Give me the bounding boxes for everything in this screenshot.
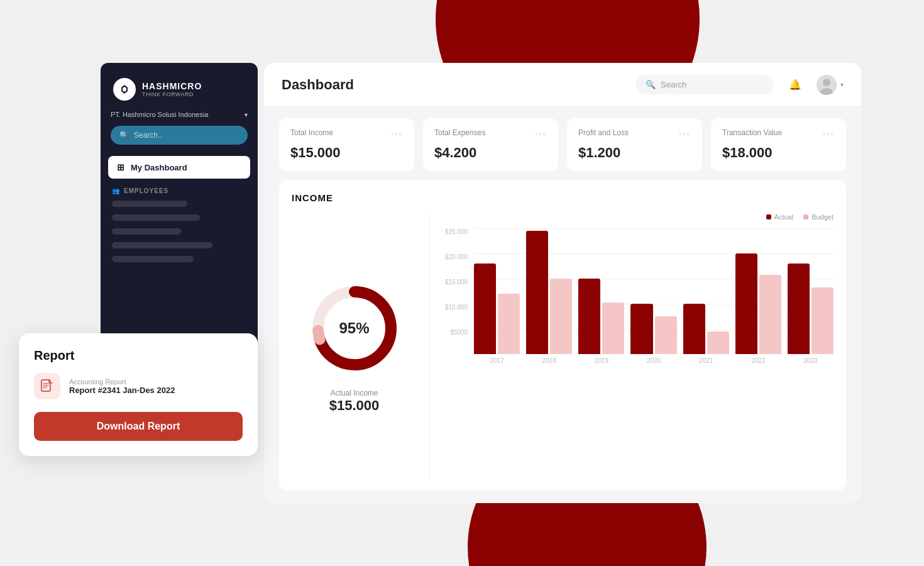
actual-income-label: Actual Income: [329, 389, 380, 397]
x-label-2018: 2018: [526, 357, 572, 364]
income-right: Actual Budget $25.000 $20.000 $15.000 $1…: [443, 213, 833, 478]
stat-value-income: $15.000: [290, 145, 403, 161]
bar-budget-2022: [759, 275, 781, 354]
dashboard-header: Dashboard 🔍 🔔 ▾: [264, 63, 861, 107]
sidebar-search-input[interactable]: [134, 131, 239, 140]
nav-skeleton-2: [112, 214, 200, 221]
download-report-button[interactable]: Download Report: [34, 412, 243, 441]
donut-center: 95%: [339, 319, 369, 337]
y-axis: $25.000 $20.000 $15.000 $10.000 $5000: [443, 228, 473, 354]
stat-menu-expenses[interactable]: ···: [535, 128, 547, 140]
search-bar[interactable]: 🔍: [635, 75, 774, 94]
bar-budget-2017: [498, 294, 520, 354]
report-type: Accounting Report: [69, 378, 175, 386]
stat-card-profit: Profit and Loss ··· $1.200: [567, 118, 702, 171]
x-labels: 2017 2018 2019 2020 2021 2022 2023: [474, 354, 833, 367]
main-dashboard: Dashboard 🔍 🔔 ▾ Tota: [264, 63, 861, 503]
stat-menu-profit[interactable]: ···: [679, 128, 691, 140]
stat-value-transaction: $18.000: [722, 145, 835, 161]
search-icon: 🔍: [119, 131, 129, 140]
x-label-2019: 2019: [578, 357, 624, 364]
bar-budget-2021: [707, 331, 729, 354]
report-item: Accounting Report Report #2341 Jan-Des 2…: [34, 373, 243, 399]
stat-card-income: Total Income ··· $15.000: [279, 118, 414, 171]
sidebar-logo: HASHMICRO THINK FORWARD: [101, 63, 258, 111]
bar-actual-2021: [683, 304, 705, 354]
dashboard-icon: ⊞: [117, 162, 124, 172]
stat-label-expenses: Total Expenses: [434, 128, 485, 137]
y-label-5: $25.000: [445, 228, 468, 235]
avatar: [817, 75, 837, 95]
report-name: Report #2341 Jan-Des 2022: [69, 386, 175, 395]
year-group-2017: [474, 228, 520, 354]
stat-menu-transaction[interactable]: ···: [823, 128, 835, 140]
avatar-container[interactable]: ▾: [817, 75, 844, 95]
stat-card-expenses: Total Expenses ··· $4.200: [423, 118, 558, 171]
y-label-4: $20.000: [445, 253, 468, 260]
chevron-down-icon: ▾: [245, 111, 248, 118]
stat-value-expenses: $4.200: [434, 145, 547, 161]
legend-dot-actual: [766, 214, 771, 219]
chart-legend: Actual Budget: [443, 213, 833, 221]
income-left: 95% Actual Income $15.000: [292, 213, 430, 478]
bar-actual-2018: [526, 231, 548, 354]
bar-actual-2022: [735, 253, 757, 354]
y-label-1: $5000: [450, 329, 468, 336]
income-section: INCOME 95%: [279, 180, 846, 491]
x-label-2023: 2023: [788, 357, 833, 364]
employees-icon: 👥: [112, 187, 120, 194]
stat-value-profit: $1.200: [578, 145, 691, 161]
bar-actual-2020: [630, 304, 652, 354]
bell-icon[interactable]: 🔔: [784, 74, 806, 96]
bars-container: [474, 228, 833, 354]
logo-text: HASHMICRO THINK FORWARD: [142, 81, 202, 97]
bar-actual-2019: [578, 279, 600, 354]
year-group-2023: [788, 228, 833, 354]
stat-label-income: Total Income: [290, 128, 333, 137]
company-name: PT. Hashmicro Solusi Indonesia: [111, 111, 208, 118]
bar-budget-2018: [550, 279, 572, 354]
bar-budget-2019: [602, 302, 624, 354]
donut-chart: 95%: [304, 278, 405, 379]
legend-budget: Budget: [803, 213, 833, 221]
nav-skeleton-1: [112, 201, 187, 207]
legend-dot-budget: [803, 214, 808, 219]
actual-income-value: $15.000: [329, 397, 380, 414]
legend-actual: Actual: [766, 213, 794, 221]
year-group-2019: [578, 228, 624, 354]
sidebar-item-dashboard[interactable]: ⊞ My Dashboard: [108, 156, 250, 179]
chevron-down-icon: ▾: [840, 81, 844, 88]
stat-label-profit: Profit and Loss: [578, 128, 629, 137]
search-input[interactable]: [661, 80, 764, 89]
stat-card-transaction: Transaction Value ··· $18.000: [711, 118, 846, 171]
income-content: 95% Actual Income $15.000 Actual: [292, 213, 833, 478]
x-label-2022: 2022: [735, 357, 781, 364]
stat-label-transaction: Transaction Value: [722, 128, 782, 137]
employees-section-label: 👥 EMPLOYEES: [101, 180, 258, 197]
donut-percent: 95%: [339, 319, 369, 337]
y-label-3: $15.000: [445, 279, 468, 286]
report-card: Report Accounting Report Report #2341 Ja…: [19, 333, 258, 456]
stat-menu-income[interactable]: ···: [391, 128, 403, 140]
page-title: Dashboard: [282, 77, 354, 93]
year-group-2021: [683, 228, 729, 354]
bar-budget-2023: [811, 287, 833, 354]
search-icon: 🔍: [646, 80, 656, 89]
report-info: Accounting Report Report #2341 Jan-Des 2…: [69, 378, 175, 395]
year-group-2018: [526, 228, 572, 354]
sidebar-search-bar[interactable]: 🔍: [111, 126, 248, 145]
nav-skeleton-4: [112, 242, 212, 248]
y-label-2: $10.000: [445, 304, 468, 311]
nav-skeleton-5: [112, 256, 194, 262]
bar-actual-2017: [474, 264, 496, 354]
nav-skeleton-3: [112, 228, 181, 235]
logo-icon: [113, 78, 136, 101]
year-group-2020: [630, 228, 676, 354]
svg-point-2: [823, 79, 830, 86]
header-right: 🔍 🔔 ▾: [635, 74, 844, 96]
x-label-2017: 2017: [474, 357, 520, 364]
company-selector[interactable]: PT. Hashmicro Solusi Indonesia ▾: [111, 111, 248, 118]
sidebar-item-label: My Dashboard: [131, 163, 187, 172]
report-file-icon: [34, 373, 60, 399]
bar-chart-wrapper: $25.000 $20.000 $15.000 $10.000 $5000: [443, 228, 833, 367]
